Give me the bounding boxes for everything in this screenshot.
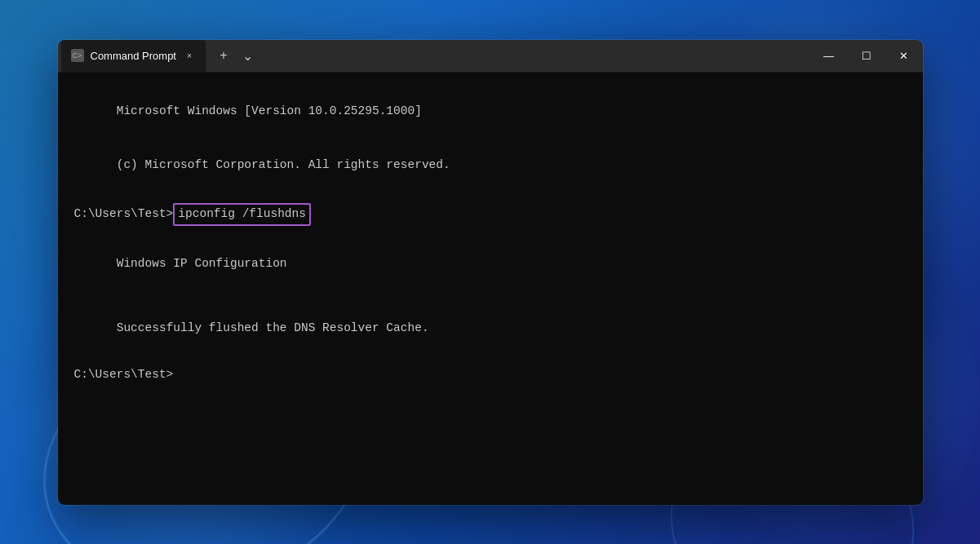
minimize-button[interactable]: — (810, 40, 848, 72)
cmd-window: C> Command Prompt × + ⌄ — ☐ ✕ Microsoft … (58, 40, 923, 505)
copyright-line: (c) Microsoft Corporation. All rights re… (74, 139, 907, 192)
spacer-3 (74, 290, 907, 302)
input-line: C:\Users\Test>ipconfig /flushdns (74, 203, 907, 226)
spacer-2 (74, 226, 907, 237)
terminal-output: Microsoft Windows [Version 10.0.25295.10… (58, 73, 923, 505)
new-tab-button[interactable]: + (212, 44, 235, 67)
tab-dropdown-button[interactable]: ⌄ (237, 44, 259, 67)
spacer-1 (74, 192, 907, 203)
command-prompt-tab[interactable]: C> Command Prompt × (61, 40, 206, 72)
output-line-1: Windows IP Configuration (74, 237, 907, 290)
cmd-icon: C> (71, 49, 84, 62)
output-line-2: Successfully flushed the DNS Resolver Ca… (74, 302, 907, 355)
tab-title-label: Command Prompt (91, 50, 176, 62)
window-controls: — ☐ ✕ (810, 40, 923, 72)
version-line: Microsoft Windows [Version 10.0.25295.10… (74, 86, 907, 139)
current-prompt-line: C:\Users\Test> (74, 366, 907, 384)
prompt-1: C:\Users\Test> (74, 206, 174, 223)
prompt-2: C:\Users\Test> (74, 366, 174, 384)
close-button[interactable]: ✕ (885, 40, 923, 72)
titlebar: C> Command Prompt × + ⌄ — ☐ ✕ (58, 40, 923, 73)
tab-area: C> Command Prompt × + ⌄ (58, 40, 810, 72)
maximize-button[interactable]: ☐ (848, 40, 885, 72)
tab-actions: + ⌄ (206, 44, 266, 67)
spacer-4 (74, 355, 907, 366)
command-text: ipconfig /flushdns (173, 203, 311, 226)
tab-close-button[interactable]: × (183, 49, 196, 62)
